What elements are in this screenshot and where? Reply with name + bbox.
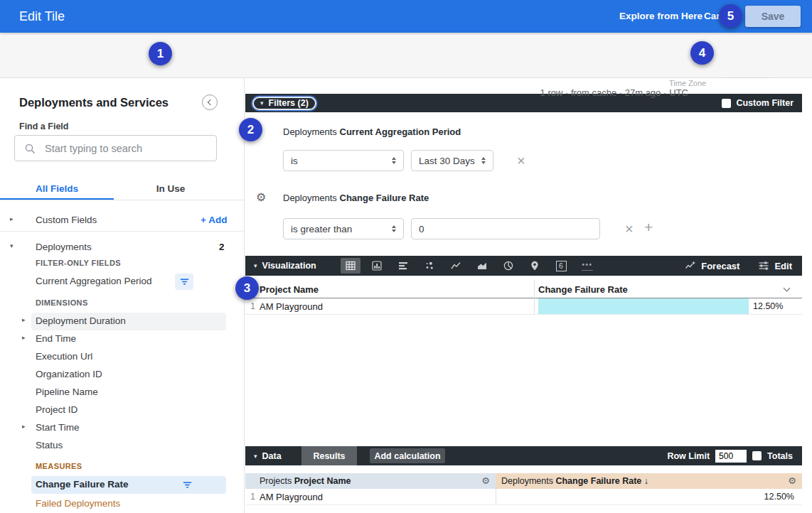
fields-in-use-count: 2: [219, 242, 225, 252]
field-name: Project Name: [294, 476, 351, 486]
change-failure-rate-cell: 12.50%: [753, 301, 783, 311]
custom-filter-toggle[interactable]: Custom Filter: [722, 98, 794, 108]
filter-1-field-label: Deployments Current Aggregation Period: [283, 126, 461, 137]
remove-filter-1-icon[interactable]: ×: [517, 153, 525, 168]
data-col-change-failure-rate[interactable]: Deployments Change Failure Rate ↓ ⚙: [496, 473, 802, 489]
area-chart-icon[interactable]: [472, 258, 492, 274]
sidebar-item-current-aggregation-period[interactable]: Current Aggregation Period: [0, 273, 245, 291]
sidebar-item-custom-fields[interactable]: ▸ Custom Fields + Add: [0, 212, 245, 232]
table-chart-icon[interactable]: [341, 258, 360, 274]
collapse-sidebar-button[interactable]: [202, 94, 218, 110]
annotation-badge-2: 2: [239, 118, 262, 141]
filter-list-icon: [182, 480, 193, 490]
bar-chart-icon[interactable]: [393, 258, 413, 274]
filter-active-button[interactable]: [178, 477, 196, 493]
annotation-badge-3: 3: [235, 276, 259, 300]
project-name-cell: AM Playground: [260, 492, 323, 502]
chevron-right-icon[interactable]: ▸: [22, 423, 26, 430]
remove-filter-2-icon[interactable]: ×: [625, 222, 634, 236]
totals-checkbox[interactable]: [752, 451, 762, 460]
column-gear-icon[interactable]: ⚙: [788, 475, 796, 486]
sidebar-item-deployments-group[interactable]: ▾ Deployments 2: [0, 239, 245, 256]
timezone-value[interactable]: UTC: [669, 87, 688, 98]
custom-filter-checkbox[interactable]: [722, 99, 731, 108]
sidebar-item-end-time[interactable]: ▸ End Time: [0, 330, 245, 348]
field-label: Deployment Duration: [36, 315, 126, 326]
row-limit-input[interactable]: [715, 450, 747, 463]
sidebar-item-failed-deployments[interactable]: Failed Deployments: [0, 495, 245, 513]
column-gear-icon[interactable]: ⚙: [481, 475, 490, 486]
forecast-icon: [685, 260, 696, 271]
field-label: Change Failure Rate: [36, 479, 129, 490]
totals-label: Totals: [767, 451, 793, 461]
data-table-row[interactable]: 1 AM Playground 12.50%: [245, 489, 802, 505]
tab-all-fields[interactable]: All Fields: [0, 183, 114, 194]
scatter-chart-icon[interactable]: [420, 258, 439, 274]
filter-field-name: Current Aggregation Period: [340, 126, 461, 137]
add-filter-condition-icon[interactable]: +: [644, 220, 653, 234]
chevron-right-icon[interactable]: ▸: [10, 215, 14, 222]
triangle-down-icon: ▾: [254, 453, 257, 460]
sidebar-item-pipeline-name[interactable]: Pipeline Name: [0, 384, 245, 401]
filter-1-operator-select[interactable]: is: [283, 150, 404, 171]
filter-field-name: Change Failure Rate: [340, 193, 429, 203]
edit-tile-window: Edit Tile Explore from Here Cancel Save …: [0, 0, 812, 513]
filters-toggle-button[interactable]: ▾ Filters (2): [252, 97, 316, 110]
data-col-project-name[interactable]: Projects Project Name ⚙: [245, 473, 496, 489]
viz-table-row[interactable]: 1 AM Playground 12.50%: [245, 298, 802, 315]
explore-from-here-button[interactable]: Explore from Here: [619, 11, 703, 21]
sidebar-item-start-time[interactable]: ▸ Start Time: [0, 419, 245, 437]
chevron-left-icon: [208, 99, 213, 105]
results-tab[interactable]: Results: [301, 446, 357, 465]
pie-chart-icon[interactable]: [498, 258, 518, 274]
filter-1-value-select[interactable]: Last 30 Days: [411, 150, 493, 171]
field-label: End Time: [36, 333, 76, 344]
save-button[interactable]: Save: [745, 6, 801, 27]
filter-2-operator-select[interactable]: is greater than: [283, 218, 404, 239]
sidebar-item-deployment-duration[interactable]: ▸ Deployment Duration: [0, 313, 245, 330]
sidebar-item-organization-id[interactable]: Organization ID: [0, 366, 245, 384]
data-toggle-button[interactable]: ▾ Data: [254, 451, 282, 461]
selected-value: Last 30 Days: [419, 156, 475, 166]
data-table-header: Projects Project Name ⚙ Deployments Chan…: [245, 473, 802, 489]
viz-col-project-name[interactable]: Project Name: [260, 284, 319, 295]
timezone-label: Time Zone: [669, 79, 706, 87]
viz-col-change-failure-rate[interactable]: Change Failure Rate: [538, 284, 628, 295]
visualization-toggle-button[interactable]: ▾ Visualization: [254, 261, 316, 271]
sidebar-item-status[interactable]: Status: [0, 437, 245, 455]
explore-title: Deployments and Services: [19, 96, 169, 109]
updown-arrows-icon: [481, 157, 486, 164]
row-limit-label: Row Limit: [667, 451, 710, 461]
view-name: Projects: [260, 476, 292, 486]
status-text: 1 row · from cache · 27m ago ·: [540, 87, 667, 98]
chevron-right-icon[interactable]: ▸: [22, 316, 26, 323]
chevron-down-icon[interactable]: [784, 285, 791, 292]
chevron-right-icon[interactable]: ▸: [22, 334, 26, 341]
filter-active-button[interactable]: [175, 274, 193, 290]
sort-desc-arrow-icon[interactable]: ↓: [644, 476, 648, 486]
column-chart-icon[interactable]: [367, 258, 387, 274]
more-viz-types-icon[interactable]: •••: [577, 258, 597, 274]
map-pin-icon[interactable]: [525, 258, 545, 274]
single-value-icon[interactable]: 6: [551, 258, 571, 274]
sidebar-item-change-failure-rate[interactable]: Change Failure Rate: [0, 476, 245, 494]
viz-type-switcher: 6 •••: [341, 256, 597, 276]
filter-2-gear-icon[interactable]: ⚙: [256, 190, 266, 204]
selected-operator: is: [291, 156, 298, 166]
add-calculation-button[interactable]: Add calculation: [370, 448, 445, 463]
filter-2-value-input[interactable]: [411, 218, 600, 239]
tab-in-use[interactable]: In Use: [114, 183, 228, 194]
triangle-down-icon: ▾: [254, 262, 257, 269]
forecast-button[interactable]: Forecast: [685, 260, 739, 271]
sidebar-item-execution-url[interactable]: Execution Url: [0, 348, 245, 366]
search-icon: [24, 143, 36, 155]
sidebar-item-project-id[interactable]: Project ID: [0, 401, 245, 419]
edit-viz-button[interactable]: Edit: [758, 260, 792, 271]
field-search-input[interactable]: [45, 136, 212, 160]
row-number: 1: [245, 492, 255, 502]
chevron-down-icon[interactable]: ▾: [10, 242, 14, 249]
line-chart-icon[interactable]: [446, 258, 466, 274]
annotation-badge-1: 1: [149, 42, 172, 65]
add-custom-field-button[interactable]: + Add: [201, 215, 227, 225]
find-a-field-label: Find a Field: [19, 122, 68, 131]
